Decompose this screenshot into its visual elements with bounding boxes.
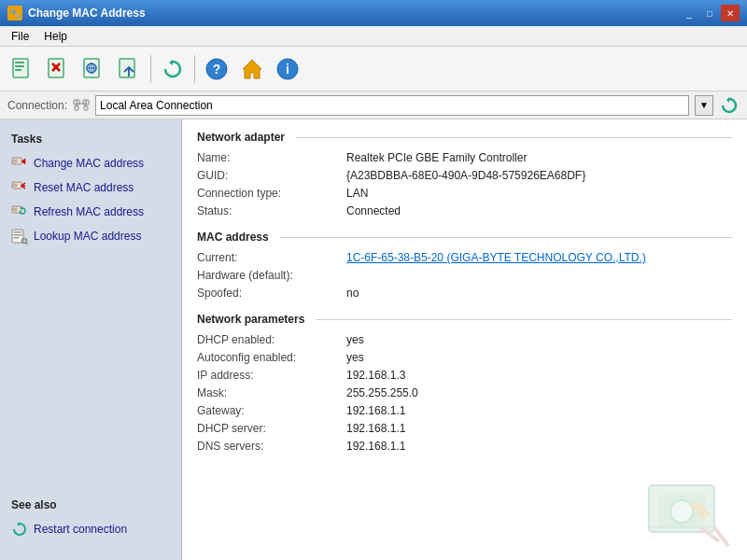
sidebar-item-lookup-mac[interactable]: Lookup MAC address (0, 224, 181, 248)
help-icon: ? (204, 56, 230, 82)
connection-select[interactable]: Local Area Connection (95, 95, 689, 116)
network-icon (80, 56, 106, 82)
svg-rect-31 (13, 184, 17, 187)
sidebar-tasks-section: Tasks Change MAC address Reset MAC addre… (0, 129, 181, 248)
network-adapter-table: Name: Realtek PCIe GBE Family Controller… (197, 151, 732, 217)
restart-icon (11, 521, 28, 538)
toolbar-export-button[interactable] (112, 52, 146, 86)
refresh-mac-icon (11, 203, 28, 220)
param-dhcp-row: DHCP enabled: yes (197, 333, 732, 346)
svg-line-48 (714, 527, 728, 546)
toolbar-refresh-button[interactable] (156, 52, 190, 86)
svg-rect-37 (14, 231, 22, 233)
mac-spoofed-row: Spoofed: no (197, 287, 732, 300)
svg-point-46 (670, 500, 693, 523)
connection-refresh-button[interactable] (719, 95, 740, 116)
app-icon: 🔧 (7, 6, 22, 21)
adapter-guid-value: {A23BDBBA-68E0-490A-9D48-575926EA68DF} (346, 169, 732, 182)
network-adapter-section-title: Network adapter (197, 131, 732, 144)
mac-hardware-value (346, 269, 732, 282)
reset-mac-icon (11, 179, 28, 196)
maximize-button[interactable]: □ (700, 5, 719, 21)
toolbar-separator-1 (150, 55, 151, 83)
svg-rect-21 (75, 106, 78, 110)
mac-spoofed-label: Spoofed: (197, 287, 346, 300)
param-autoconfig-label: Autoconfig enabled: (197, 351, 346, 364)
param-dns-label: DNS servers: (197, 440, 346, 453)
sidebar-item-refresh-mac[interactable]: Refresh MAC address (0, 200, 181, 224)
mac-spoofed-value: no (346, 287, 732, 300)
param-ip-label: IP address: (197, 369, 346, 382)
sidebar-item-change-mac[interactable]: Change MAC address (0, 151, 181, 175)
svg-marker-42 (17, 522, 20, 526)
connection-bar: Connection: Local Area Connection ▼ (0, 91, 747, 119)
adapter-name-row: Name: Realtek PCIe GBE Family Controller (197, 151, 732, 164)
adapter-guid-row: GUID: {A23BDBBA-68E0-490A-9D48-575926EA6… (197, 169, 732, 182)
connbar-refresh-icon (720, 96, 739, 115)
window-controls: _ □ ✕ (680, 5, 740, 21)
watermark (644, 476, 738, 551)
sidebar-tasks-heading: Tasks (0, 129, 181, 151)
param-dhcpserver-value: 192.168.1.1 (346, 422, 732, 435)
adapter-status-value: Connected (346, 204, 732, 217)
info-icon: i (275, 56, 301, 82)
mac-current-value[interactable]: 1C-6F-65-38-B5-20 (GIGA-BYTE TECHNOLOGY … (346, 251, 732, 264)
sidebar-item-change-mac-label: Change MAC address (34, 157, 144, 170)
refresh-icon (160, 56, 186, 82)
param-ip-row: IP address: 192.168.1.3 (197, 369, 732, 382)
sidebar-item-reset-mac[interactable]: Reset MAC address (0, 175, 181, 200)
menubar: File Help (0, 26, 747, 47)
close-button[interactable]: ✕ (721, 5, 740, 21)
toolbar-info-button[interactable]: i (271, 52, 304, 86)
adapter-status-row: Status: Connected (197, 204, 732, 217)
svg-marker-17 (243, 60, 261, 78)
mac-address-section-title: MAC address (197, 231, 732, 244)
watermark-image (644, 476, 738, 551)
svg-rect-29 (13, 160, 17, 162)
param-ip-value: 192.168.1.3 (346, 369, 732, 382)
toolbar-network-button[interactable] (77, 52, 110, 86)
minimize-button[interactable]: _ (680, 5, 698, 21)
param-dhcp-value: yes (346, 333, 732, 346)
connection-dropdown-button[interactable]: ▼ (695, 95, 713, 116)
svg-rect-3 (15, 69, 21, 71)
param-mask-row: Mask: 255.255.255.0 (197, 386, 732, 399)
sidebar-item-restart-connection[interactable]: Restart connection (0, 517, 181, 541)
sidebar-spacer (0, 258, 181, 495)
mac-address-table: Current: 1C-6F-65-38-B5-20 (GIGA-BYTE TE… (197, 251, 732, 300)
network-params-table: DHCP enabled: yes Autoconfig enabled: ye… (197, 333, 732, 453)
toolbar-new-button[interactable] (6, 52, 39, 86)
svg-text:i: i (286, 62, 289, 77)
param-dhcpserver-row: DHCP server: 192.168.1.1 (197, 422, 732, 435)
sidebar: Tasks Change MAC address Reset MAC addre… (0, 119, 182, 560)
mac-current-label: Current: (197, 251, 346, 264)
svg-rect-23 (84, 106, 88, 110)
toolbar-remove-button[interactable] (41, 52, 75, 86)
sidebar-see-also-section: See also Restart connection (0, 495, 181, 541)
adapter-status-label: Status: (197, 204, 346, 217)
adapter-conntype-label: Connection type: (197, 187, 346, 200)
remove-icon (45, 56, 71, 82)
param-autoconfig-row: Autoconfig enabled: yes (197, 351, 732, 364)
mac-hardware-row: Hardware (default): (197, 269, 732, 282)
sidebar-item-lookup-mac-label: Lookup MAC address (34, 230, 141, 243)
svg-rect-38 (14, 234, 22, 236)
svg-point-40 (22, 239, 27, 244)
menu-file[interactable]: File (4, 28, 36, 45)
svg-rect-34 (13, 208, 17, 211)
toolbar-help-button[interactable]: ? (200, 52, 233, 86)
export-icon (116, 56, 142, 82)
menu-help[interactable]: Help (36, 28, 75, 45)
change-mac-icon (11, 155, 28, 172)
titlebar: 🔧 Change MAC Address _ □ ✕ (0, 0, 747, 26)
adapter-conntype-value: LAN (346, 187, 732, 200)
window-title: Change MAC Address (28, 7, 680, 20)
connection-net-icon (73, 97, 90, 114)
toolbar-home-button[interactable] (235, 52, 269, 86)
sidebar-item-reset-mac-label: Reset MAC address (34, 181, 134, 194)
param-gateway-row: Gateway: 192.168.1.1 (197, 404, 732, 417)
sidebar-item-restart-label: Restart connection (34, 523, 127, 536)
svg-rect-2 (15, 65, 24, 67)
adapter-name-label: Name: (197, 151, 346, 164)
connection-label: Connection: (7, 99, 67, 112)
